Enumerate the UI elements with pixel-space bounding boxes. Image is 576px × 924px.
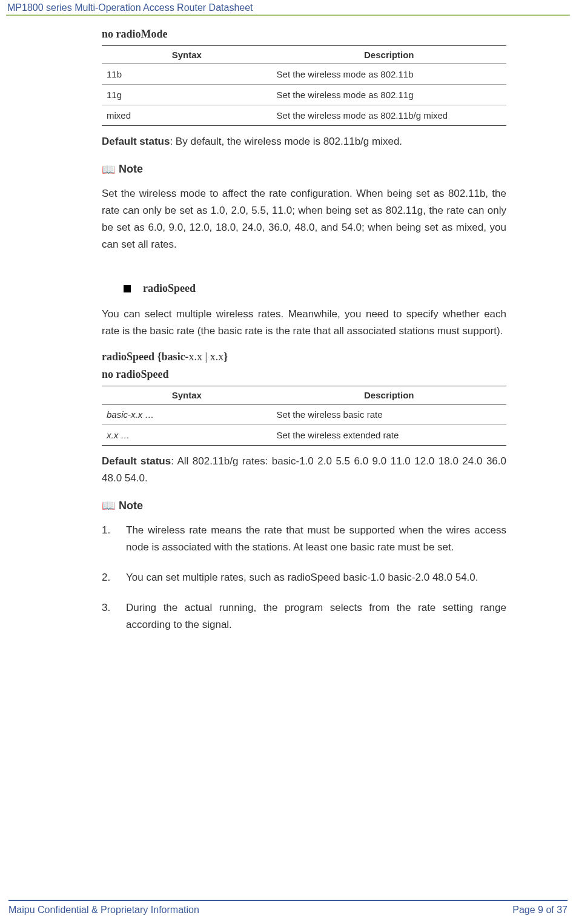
table-row: basic-x.x … Set the wireless basic rate (102, 404, 506, 425)
table-header-syntax: Syntax (102, 386, 272, 404)
main-content: no radioMode Syntax Description 11b Set … (0, 16, 576, 633)
table-header-description: Description (272, 46, 506, 64)
book-icon: 📖 (102, 500, 115, 511)
description-cell: Set the wireless mode as 802.11b/g mixed (272, 105, 506, 126)
list-item: During the actual running, the program s… (102, 599, 506, 633)
description-cell: Set the wireless mode as 802.11g (272, 85, 506, 105)
radiospeed-heading: radioSpeed (124, 282, 506, 295)
cmd-part: x.x | x.x (189, 351, 224, 363)
cmd-part: } (223, 351, 228, 363)
radiospeed-intro: You can select multiple wireless rates. … (102, 306, 506, 340)
cmd-part: { (157, 351, 162, 363)
note-label: Note (119, 500, 143, 512)
table-row: mixed Set the wireless mode as 802.11b/g… (102, 105, 506, 126)
radiospeed-syntax-table: Syntax Description basic-x.x … Set the w… (102, 386, 506, 446)
syntax-cell: 11b (102, 64, 272, 85)
table-row: 11b Set the wireless mode as 802.11b (102, 64, 506, 85)
note-label: Note (119, 163, 143, 176)
note-paragraph: Set the wireless mode to affect the rate… (102, 185, 506, 253)
square-bullet-icon (124, 285, 131, 292)
table-header-syntax: Syntax (102, 46, 272, 64)
table-row: x.x … Set the wireless extended rate (102, 425, 506, 446)
default-status-line: Default status: By default, the wireless… (102, 133, 506, 150)
footer-divider (8, 900, 568, 901)
radiomode-syntax-table: Syntax Description 11b Set the wireless … (102, 45, 506, 126)
no-radiospeed-command: no radioSpeed (102, 368, 506, 381)
document-header: MP1800 series Multi-Operation Access Rou… (0, 0, 576, 15)
description-cell: Set the wireless basic rate (272, 404, 506, 425)
note-list: The wireless rate means the rate that mu… (102, 522, 506, 633)
syntax-cell: basic-x.x … (102, 404, 272, 425)
default-status-label: Default status (102, 455, 171, 467)
header-title: MP1800 series Multi-Operation Access Rou… (7, 2, 253, 13)
note-heading: 📖 Note (102, 163, 506, 176)
syntax-cell: x.x … (102, 425, 272, 446)
footer-right: Page 9 of 37 (512, 905, 568, 916)
default-status-label: Default status (102, 136, 170, 147)
cmd-part: basic- (162, 351, 189, 363)
footer-text: Maipu Confidential & Proprietary Informa… (8, 905, 568, 916)
syntax-cell: 11g (102, 85, 272, 105)
default-status-line: Default status: All 802.11b/g rates: bas… (102, 453, 506, 486)
table-row: 11g Set the wireless mode as 802.11g (102, 85, 506, 105)
note-heading: 📖 Note (102, 500, 506, 512)
radiospeed-heading-text: radioSpeed (143, 282, 196, 295)
no-radiomode-command: no radioMode (102, 28, 506, 41)
description-cell: Set the wireless mode as 802.11b (272, 64, 506, 85)
footer-left: Maipu Confidential & Proprietary Informa… (8, 905, 199, 916)
cmd-part: radioSpeed (102, 351, 157, 363)
list-item: You can set multiple rates, such as radi… (102, 569, 506, 586)
default-status-text: : By default, the wireless mode is 802.1… (170, 136, 402, 147)
syntax-cell: mixed (102, 105, 272, 126)
book-icon: 📖 (102, 164, 115, 175)
table-header-description: Description (272, 386, 506, 404)
description-cell: Set the wireless extended rate (272, 425, 506, 446)
radiospeed-command: radioSpeed {basic-x.x | x.x} (102, 351, 506, 363)
list-item: The wireless rate means the rate that mu… (102, 522, 506, 556)
page-footer: Maipu Confidential & Proprietary Informa… (0, 900, 576, 916)
